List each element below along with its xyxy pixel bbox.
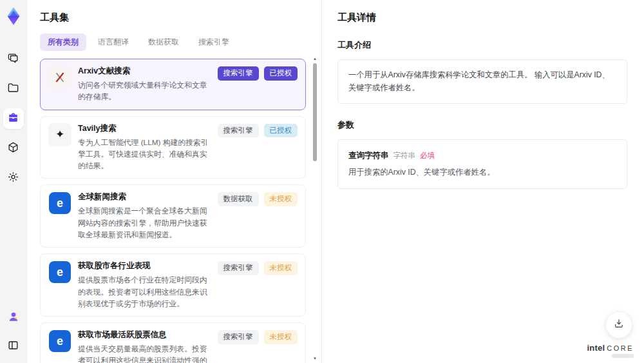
blue-e-icon: e: [48, 260, 71, 284]
sidebar-item-settings[interactable]: [3, 168, 24, 188]
tool-description: 提供股票市场各个行业在特定时间段内的表现。投资者可以利用这些信息来识别表现优于或…: [78, 274, 211, 309]
tab-all-categories[interactable]: 所有类别: [40, 34, 86, 51]
collapse-panel-icon: [7, 339, 19, 354]
param-name: 查询字符串: [348, 149, 389, 162]
tool-card[interactable]: Arxiv文献搜索 访问各个研究领域大量科学论文和文章的存储库。 搜索引擎 已授…: [40, 59, 306, 110]
cube-icon: [7, 141, 19, 156]
tab-data-fetch[interactable]: 数据获取: [140, 34, 187, 51]
auth-status-badge: 未授权: [264, 192, 298, 206]
tool-name: 获取市场最活跃股票信息: [78, 329, 211, 340]
sidebar-item-tools[interactable]: [3, 108, 24, 129]
tool-name: Tavily搜索: [78, 123, 211, 134]
core-wordmark: CORE: [607, 344, 634, 352]
auth-status-badge: 已授权: [264, 124, 298, 138]
tool-description: 访问各个研究领域大量科学论文和文章的存储库。: [78, 79, 211, 103]
auth-status-badge: 未授权: [264, 330, 298, 344]
intel-core-logo: intel CORE: [587, 343, 634, 358]
tool-list: Arxiv文献搜索 访问各个研究领域大量科学论文和文章的存储库。 搜索引擎 已授…: [40, 59, 306, 363]
left-rail: [0, 0, 27, 363]
scrollbar-thumb[interactable]: [313, 63, 317, 161]
tool-badges: 搜索引擎 未授权: [218, 329, 298, 363]
tab-search-engine[interactable]: 搜索引擎: [191, 34, 237, 51]
tool-badges: 数据获取 未授权: [218, 191, 298, 240]
chat-icon: [7, 52, 19, 67]
toolbox-icon: [7, 112, 19, 126]
tool-card[interactable]: e 获取股市各行业表现 提供股票市场各个行业在特定时间段内的表现。投资者可以利用…: [40, 253, 306, 317]
tool-card[interactable]: ✦ Tavily搜索 专为人工智能代理 (LLM) 构建的搜索引擎工具。可快速提…: [40, 116, 306, 179]
sidebar-item-models[interactable]: [3, 138, 24, 159]
tool-description: 全球新闻搜索是一个聚合全球各大新闻网站内容的搜索引擎，帮助用户快速获取全球最新资…: [78, 205, 211, 240]
blue-e-icon: e: [48, 191, 71, 215]
intro-heading: 工具介绍: [337, 39, 627, 51]
download-button[interactable]: [605, 311, 632, 338]
tool-badges: 搜索引擎 已授权: [218, 123, 298, 172]
tool-list-panel: 工具集 所有类别 语言翻译 数据获取 搜索引擎 Arxiv文献搜索 访问各个研究…: [27, 0, 322, 363]
category-badge: 搜索引擎: [218, 124, 259, 138]
param-card: 查询字符串 字符串 必填 用于搜索的Arxiv ID、关键字或作者姓名。: [337, 139, 627, 189]
auth-status-badge: 已授权: [264, 66, 298, 81]
tool-description: 专为人工智能代理 (LLM) 构建的搜索引擎工具。可快速提供实时、准确和真实的结…: [78, 137, 211, 172]
param-type: 字符串: [393, 150, 416, 161]
user-avatar-icon: [7, 310, 20, 326]
folder-icon: [7, 82, 19, 97]
scroll-down-icon[interactable]: ▼: [313, 357, 317, 360]
tool-card[interactable]: e 全球新闻搜索 全球新闻搜索是一个聚合全球各大新闻网站内容的搜索引擎，帮助用户…: [40, 184, 306, 248]
tab-language-translation[interactable]: 语言翻译: [90, 34, 137, 51]
category-badge: 数据获取: [218, 192, 259, 206]
tool-badges: 搜索引擎 已授权: [218, 66, 298, 103]
tool-card[interactable]: e 获取市场最活跃股票信息 提供当天交易量最高的股票列表。投资者可以利用这些信息…: [40, 322, 306, 363]
app-logo: [4, 6, 23, 26]
params-heading: 参数: [337, 119, 627, 131]
tool-name: Arxiv文献搜索: [78, 66, 211, 77]
list-scrollbar[interactable]: ▲ ▼: [313, 58, 317, 359]
arxiv-x-icon: [48, 66, 71, 89]
sidebar-item-files[interactable]: [3, 79, 24, 99]
download-icon: [613, 318, 625, 332]
sparkle-icon: ✦: [48, 123, 71, 146]
tool-detail-panel: 工具详情 工具介绍 一个用于从Arxiv存储库搜索科学论文和文章的工具。 输入可…: [322, 0, 644, 363]
category-badge: 搜索引擎: [218, 330, 259, 344]
sidebar-item-collapse[interactable]: [3, 336, 24, 357]
intel-sub-badge: [612, 354, 634, 358]
category-badge: 搜索引擎: [218, 66, 259, 81]
sidebar-item-account[interactable]: [3, 308, 24, 328]
category-badge: 搜索引擎: [218, 261, 259, 275]
intel-wordmark: intel: [587, 343, 605, 353]
tool-badges: 搜索引擎 未授权: [218, 260, 298, 309]
param-required-flag: 必填: [420, 150, 435, 161]
intro-card: 一个用于从Arxiv存储库搜索科学论文和文章的工具。 输入可以是Arxiv ID…: [337, 59, 627, 104]
tool-name: 获取股市各行业表现: [78, 260, 211, 271]
category-tabs: 所有类别 语言翻译 数据获取 搜索引擎: [40, 34, 306, 51]
param-description: 用于搜索的Arxiv ID、关键字或作者姓名。: [348, 166, 616, 179]
sidebar-item-chat[interactable]: [3, 49, 24, 70]
tool-description: 提供当天交易量最高的股票列表。投资者可以利用这些信息来识别流动性强的股票和潜在的…: [78, 343, 211, 363]
page-title: 工具集: [40, 12, 306, 24]
blue-e-icon: e: [48, 329, 71, 353]
intro-text: 一个用于从Arxiv存储库搜索科学论文和文章的工具。 输入可以是Arxiv ID…: [348, 70, 610, 92]
detail-title: 工具详情: [337, 12, 627, 24]
gear-icon: [7, 171, 19, 186]
tool-name: 全球新闻搜索: [78, 191, 211, 202]
auth-status-badge: 未授权: [264, 261, 298, 275]
scroll-up-icon[interactable]: ▲: [313, 57, 317, 61]
